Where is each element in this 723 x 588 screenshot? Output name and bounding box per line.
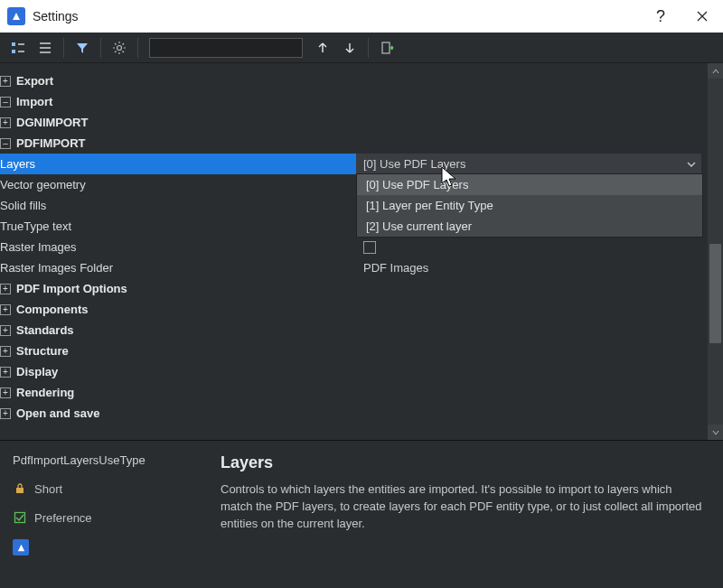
toggle-categorized-button[interactable] [5,36,31,60]
property-row-raster-images-folder[interactable]: Raster Images Folder PDF Images [0,257,723,278]
search-next-button[interactable] [337,36,362,60]
expand-icon[interactable] [0,117,11,128]
app-icon-small [13,539,29,555]
expand-icon[interactable] [0,284,11,294]
expand-icon[interactable] [0,346,11,357]
dropdown-option-2[interactable]: [2] Use current layer [357,216,702,237]
svg-point-7 [117,45,122,50]
preference-icon [13,510,27,525]
expand-icon[interactable] [0,367,11,378]
variable-type-label: Short [34,482,62,496]
svg-rect-9 [16,488,23,493]
scroll-down-button[interactable] [708,425,723,440]
export-settings-button[interactable] [374,36,399,60]
tree-node-rendering[interactable]: Rendering [0,382,723,403]
close-button[interactable] [681,0,723,33]
property-row-layers[interactable]: Layers [0] Use PDF Layers [0,154,723,174]
title-bar: Settings ? [0,0,723,33]
layers-dropdown[interactable]: [0] Use PDF Layers [1] Layer per Entity … [356,173,703,238]
lock-icon [13,481,27,496]
tree-node-open-and-save[interactable]: Open and save [0,403,723,424]
checkbox[interactable] [363,241,376,254]
tree-node-pdfimport[interactable]: PDFIMPORT [0,133,723,154]
tree-node-dgnimport[interactable]: DGNIMPORT [0,112,723,133]
app-icon [7,7,25,25]
svg-rect-6 [40,51,51,53]
property-value-layers[interactable]: [0] Use PDF Layers [356,154,701,174]
tree-node-components[interactable]: Components [0,299,723,320]
dropdown-option-0[interactable]: [0] Use PDF Layers [357,174,702,195]
expand-icon[interactable] [0,76,11,87]
svg-rect-8 [382,42,390,53]
expand-icon[interactable] [0,408,11,419]
toolbar [0,33,723,63]
settings-gear-button[interactable] [107,36,132,60]
description-body: Controls to which layers the entities ar… [221,481,707,533]
tree-node-export[interactable]: Export [0,70,723,91]
variable-storage-label: Preference [34,511,92,525]
tree-node-structure[interactable]: Structure [0,341,723,361]
svg-rect-4 [40,42,51,44]
tree-node-standards[interactable]: Standards [0,320,723,341]
svg-rect-3 [18,51,24,52]
chevron-down-icon[interactable] [687,160,696,169]
expand-icon[interactable] [0,387,11,398]
window-title: Settings [33,9,79,23]
variable-type-row: Short [13,481,202,496]
description-panel: PdfImportLayersUseType Short Preference … [0,441,723,588]
dropdown-option-1[interactable]: [1] Layer per Entity Type [357,195,702,216]
svg-rect-1 [12,50,15,53]
toggle-alphabetical-button[interactable] [33,36,58,60]
collapse-icon[interactable] [0,97,11,107]
search-prev-button[interactable] [310,36,335,60]
tree-node-import[interactable]: Import [0,91,723,112]
tree-node-pdf-import-options[interactable]: PDF Import Options [0,278,723,299]
settings-tree-panel: Export Import DGNIMPORT PDFIMPORT Layers… [0,63,723,441]
svg-rect-5 [40,47,51,49]
tree-node-display[interactable]: Display [0,361,723,382]
variable-name-label: PdfImportLayersUseType [13,453,202,467]
variable-storage-row: Preference [13,510,202,525]
settings-tree[interactable]: Export Import DGNIMPORT PDFIMPORT Layers… [0,63,723,431]
scroll-up-button[interactable] [708,63,723,79]
collapse-icon[interactable] [0,138,11,149]
filter-button[interactable] [70,36,95,60]
expand-icon[interactable] [0,325,11,336]
expand-icon[interactable] [0,304,11,315]
svg-rect-2 [18,43,24,45]
search-input[interactable] [149,38,303,58]
help-button[interactable]: ? [640,0,681,33]
vertical-scrollbar[interactable] [708,63,723,440]
property-row-raster-images[interactable]: Raster Images [0,237,723,257]
svg-rect-0 [12,42,15,46]
scrollbar-thumb[interactable] [709,244,721,343]
property-value-raster-folder[interactable]: PDF Images [356,257,701,278]
description-title: Layers [221,453,707,472]
